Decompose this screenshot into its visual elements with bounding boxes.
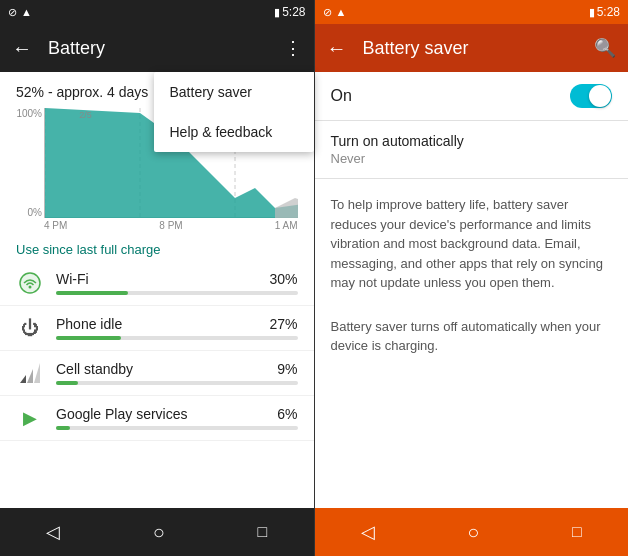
auto-turn-on-value: Never bbox=[331, 151, 613, 166]
right-notification-icon: ⊘ bbox=[323, 6, 332, 19]
phone-idle-info: Phone idle 27% bbox=[56, 316, 298, 340]
right-back-button[interactable]: ← bbox=[327, 37, 347, 60]
wifi-item-row: Wi-Fi 30% bbox=[56, 271, 298, 287]
x-label-8pm: 8 PM bbox=[159, 220, 182, 231]
info-text-2: Battery saver turns off automatically wh… bbox=[315, 301, 629, 364]
svg-marker-10 bbox=[34, 363, 40, 383]
right-nav-bar: ◁ ○ □ bbox=[315, 508, 629, 556]
more-options-icon[interactable]: ⋮ bbox=[284, 37, 302, 59]
list-item[interactable]: ▶ Google Play services 6% bbox=[0, 396, 314, 441]
cell-standby-bar-fill bbox=[56, 381, 78, 385]
x-label-4pm: 4 PM bbox=[44, 220, 67, 231]
left-panel: ⊘ ▲ ▮ 5:28 ← Battery ⋮ Battery saver Hel… bbox=[0, 0, 314, 556]
cell-standby-row: Cell standby 9% bbox=[56, 361, 298, 377]
phone-idle-bar-fill bbox=[56, 336, 121, 340]
right-nav-recent[interactable]: □ bbox=[572, 523, 582, 541]
right-wifi-icon: ▲ bbox=[336, 6, 347, 18]
wifi-status-icon: ▲ bbox=[21, 6, 32, 18]
list-item[interactable]: ⏻ Phone idle 27% bbox=[0, 306, 314, 351]
battery-saver-toggle-row[interactable]: On bbox=[315, 72, 629, 121]
right-toolbar-title: Battery saver bbox=[363, 38, 579, 59]
wifi-bar-fill bbox=[56, 291, 128, 295]
phone-idle-bar-bg bbox=[56, 336, 298, 340]
power-icon: ⏻ bbox=[16, 314, 44, 342]
left-status-bar: ⊘ ▲ ▮ 5:28 bbox=[0, 0, 314, 24]
phone-idle-pct: 27% bbox=[269, 316, 297, 332]
toggle-switch[interactable] bbox=[570, 84, 612, 108]
auto-turn-on-row[interactable]: Turn on automatically Never bbox=[315, 121, 629, 179]
left-nav-recent[interactable]: □ bbox=[258, 523, 268, 541]
right-panel: ⊘ ▲ ▮ 5:28 ← Battery saver 🔍 On Turn on … bbox=[315, 0, 629, 556]
left-nav-bar: ◁ ○ □ bbox=[0, 508, 314, 556]
cell-standby-bar-bg bbox=[56, 381, 298, 385]
wifi-bar-bg bbox=[56, 291, 298, 295]
info-text-1: To help improve battery life, battery sa… bbox=[315, 179, 629, 301]
dropdown-menu: Battery saver Help & feedback bbox=[154, 72, 314, 152]
wifi-item-info: Wi-Fi 30% bbox=[56, 271, 298, 295]
gplay-bar-fill bbox=[56, 426, 70, 430]
toggle-knob bbox=[589, 85, 611, 107]
dropdown-battery-saver[interactable]: Battery saver bbox=[154, 72, 314, 112]
list-item[interactable]: Wi-Fi 30% bbox=[0, 261, 314, 306]
right-toolbar: ← Battery saver 🔍 bbox=[315, 24, 629, 72]
gplay-row: Google Play services 6% bbox=[56, 406, 298, 422]
gplay-pct: 6% bbox=[277, 406, 297, 422]
wifi-icon bbox=[16, 269, 44, 297]
y-label-0: 0% bbox=[16, 207, 42, 218]
left-nav-back[interactable]: ◁ bbox=[46, 521, 60, 543]
list-item[interactable]: Cell standby 9% bbox=[0, 351, 314, 396]
phone-idle-name: Phone idle bbox=[56, 316, 122, 332]
y-label-100: 100% bbox=[16, 108, 42, 119]
search-icon[interactable]: 🔍 bbox=[594, 37, 616, 59]
gplay-name: Google Play services bbox=[56, 406, 188, 422]
svg-marker-9 bbox=[27, 369, 33, 383]
right-toolbar-icons: 🔍 bbox=[594, 37, 616, 59]
right-nav-back[interactable]: ◁ bbox=[361, 521, 375, 543]
left-toolbar: ← Battery ⋮ bbox=[0, 24, 314, 72]
auto-turn-on-title: Turn on automatically bbox=[331, 133, 613, 149]
gplay-info: Google Play services 6% bbox=[56, 406, 298, 430]
phone-idle-row: Phone idle 27% bbox=[56, 316, 298, 332]
toggle-label: On bbox=[331, 87, 352, 105]
battery-list: Wi-Fi 30% ⏻ Phone idle 27% bbox=[0, 261, 314, 508]
wifi-item-pct: 30% bbox=[269, 271, 297, 287]
svg-point-7 bbox=[29, 286, 32, 289]
wifi-item-name: Wi-Fi bbox=[56, 271, 89, 287]
right-nav-home[interactable]: ○ bbox=[467, 521, 479, 544]
left-back-button[interactable]: ← bbox=[12, 37, 32, 60]
right-time: 5:28 bbox=[597, 5, 620, 19]
battery-status-icon: ▮ bbox=[274, 6, 280, 19]
right-battery-icon: ▮ bbox=[589, 6, 595, 19]
left-toolbar-title: Battery bbox=[48, 38, 268, 59]
right-status-bar: ⊘ ▲ ▮ 5:28 bbox=[315, 0, 629, 24]
notification-icon: ⊘ bbox=[8, 6, 17, 19]
x-label-1am: 1 AM bbox=[275, 220, 298, 231]
date-label-1: 2/5 bbox=[79, 110, 92, 120]
play-icon: ▶ bbox=[16, 404, 44, 432]
use-since-label: Use since last full charge bbox=[0, 234, 314, 261]
left-nav-home[interactable]: ○ bbox=[153, 521, 165, 544]
left-time: 5:28 bbox=[282, 5, 305, 19]
cell-standby-pct: 9% bbox=[277, 361, 297, 377]
svg-marker-8 bbox=[20, 375, 26, 383]
cell-signal-icon bbox=[16, 359, 44, 387]
dropdown-help-feedback[interactable]: Help & feedback bbox=[154, 112, 314, 152]
gplay-bar-bg bbox=[56, 426, 298, 430]
cell-standby-info: Cell standby 9% bbox=[56, 361, 298, 385]
svg-marker-5 bbox=[275, 198, 298, 218]
cell-standby-name: Cell standby bbox=[56, 361, 133, 377]
